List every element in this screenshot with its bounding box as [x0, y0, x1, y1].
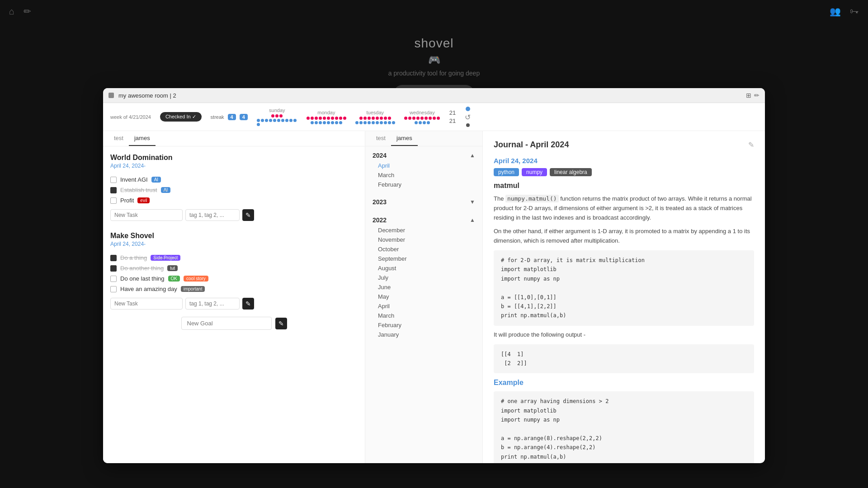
task-checkbox-6[interactable]	[110, 276, 117, 282]
new-tag-input-2[interactable]	[185, 298, 240, 310]
year-section-2022: 2022 ▲ December November October Septemb…	[365, 211, 482, 343]
month-june-2022[interactable]: June	[373, 282, 475, 292]
code-block-3: # one array having dimensions > 2 import…	[494, 391, 754, 463]
add-goal-button[interactable]: ✎	[275, 318, 287, 329]
code-block-1: # for 2-D array, it is matrix multiplica…	[494, 250, 754, 326]
key-icon[interactable]: 🗝	[850, 6, 859, 17]
task-checkbox-5[interactable]	[110, 265, 117, 272]
tag-evil: evil	[137, 197, 150, 203]
month-may-2022[interactable]: May	[373, 292, 475, 301]
task-item: Do one last thing OK cool story	[110, 273, 358, 284]
test-streak-b: 4	[240, 114, 248, 120]
tab-james-left[interactable]: james	[129, 131, 156, 146]
goal-make-shovel: Make Shovel April 24, 2024- Do a thing S…	[110, 232, 358, 310]
tag-ai: AI	[151, 177, 161, 183]
goal-title-2: Make Shovel	[110, 232, 358, 240]
tag-ok: OK	[168, 276, 180, 282]
task-text: Do another thing	[120, 265, 164, 272]
journal-edit-icon[interactable]: ✎	[748, 141, 754, 149]
year-label: 2024	[373, 152, 387, 159]
window-edit-icon[interactable]: ✏	[754, 92, 760, 99]
window-title: my awesome room | 2	[118, 92, 741, 99]
journal-desc-2: On the other hand, if either argument is…	[494, 227, 754, 246]
edit-icon[interactable]: ✏	[24, 6, 31, 17]
month-february-2024[interactable]: February	[373, 180, 475, 189]
task-checkbox-1[interactable]	[110, 177, 117, 183]
year-2023[interactable]: 2023 ▼	[373, 197, 475, 207]
year-2022[interactable]: 2022 ▲	[373, 215, 475, 225]
checked-in-button[interactable]: Checked In ✓	[160, 112, 202, 122]
tasks-section: World Domination April 24, 2024- Invent …	[103, 146, 365, 344]
task-text: Establish trust	[120, 187, 157, 193]
month-april-2022[interactable]: April	[373, 301, 475, 311]
month-november-2022[interactable]: November	[373, 235, 475, 244]
month-october-2022[interactable]: October	[373, 244, 475, 254]
output-label: It will produce the following output -	[494, 330, 754, 340]
month-december-2022[interactable]: December	[373, 225, 475, 235]
sunday-dots-test	[271, 114, 283, 117]
collapse-arrow-2022[interactable]: ▲	[470, 217, 475, 223]
tab-test-middle[interactable]: test	[371, 131, 391, 146]
num-bottom: 21	[449, 117, 456, 124]
journal-fn-title: matmul	[494, 182, 754, 190]
journal-header: Journal - April 2024 ✎	[494, 140, 754, 150]
tab-test-left[interactable]: test	[108, 131, 129, 146]
task-item: Profit evil	[110, 195, 358, 206]
monday-dots-james	[311, 121, 342, 124]
month-march-2024[interactable]: March	[373, 170, 475, 180]
journal-tags: python numpy linear algebra	[494, 168, 754, 176]
new-task-input-1[interactable]	[110, 209, 183, 221]
new-goal-row: ✎	[110, 317, 358, 330]
tab-james-middle[interactable]: james	[391, 131, 418, 146]
refresh-icon[interactable]: ↺	[465, 113, 471, 122]
table-icon[interactable]: ⊞	[746, 92, 751, 99]
task-text: Do a thing	[120, 254, 147, 261]
tuesday-label: tuesday	[367, 110, 384, 115]
year-section-2024: 2024 ▲ April March February	[365, 146, 482, 193]
task-checkbox-4[interactable]	[110, 255, 117, 261]
test-streak-a: 4	[228, 114, 236, 120]
month-january-2022[interactable]: January	[373, 330, 475, 339]
month-july-2022[interactable]: July	[373, 273, 475, 282]
journal-title: Journal - April 2024	[494, 140, 569, 150]
middle-panel: test james 2024 ▲ April March February 2…	[365, 131, 483, 463]
monday-dots-test	[307, 117, 346, 120]
month-february-2022[interactable]: February	[373, 320, 475, 330]
wednesday-col: wednesday	[404, 110, 440, 124]
example-title: Example	[494, 379, 754, 387]
tag-important: important	[181, 286, 205, 292]
collapse-arrow-2023[interactable]: ▼	[470, 199, 475, 205]
monday-col: monday	[307, 110, 346, 124]
task-item: Do another thing tut	[110, 263, 358, 273]
task-text: Do one last thing	[120, 275, 165, 282]
new-goal-input[interactable]	[181, 317, 272, 330]
middle-tabs: test james	[365, 131, 482, 146]
sunday-dots-james	[257, 119, 297, 126]
month-april-2024[interactable]: April	[373, 161, 475, 170]
new-tag-input-1[interactable]	[185, 209, 240, 221]
add-task-button-1[interactable]: ✎	[242, 209, 254, 221]
add-task-button-2[interactable]: ✎	[242, 298, 254, 310]
users-icon[interactable]: 👥	[830, 6, 841, 17]
top-bar: ⌂ ✏ 👥 🗝	[0, 0, 868, 23]
collapse-arrow-2024[interactable]: ▲	[470, 152, 475, 159]
sunday-col: sunday	[257, 108, 297, 126]
year-label-2022: 2022	[373, 216, 387, 224]
task-checkbox-2[interactable]	[110, 187, 117, 193]
tag-python: python	[494, 168, 519, 176]
main-content: test james World Domination April 24, 20…	[103, 131, 765, 463]
new-task-input-2[interactable]	[110, 298, 183, 310]
task-checkbox-7[interactable]	[110, 286, 117, 292]
goal-world-domination: World Domination April 24, 2024- Invent …	[110, 154, 358, 221]
month-september-2022[interactable]: September	[373, 254, 475, 263]
home-icon[interactable]: ⌂	[9, 6, 14, 17]
tag-cool-story: cool story	[184, 276, 208, 282]
task-text: Profit	[120, 197, 134, 204]
goal-date-1: April 24, 2024-	[110, 163, 358, 169]
task-checkbox-3[interactable]	[110, 197, 117, 204]
year-2024[interactable]: 2024 ▲	[373, 150, 475, 161]
task-text: Invent AGI	[120, 176, 148, 183]
task-item: Invent AGI AI	[110, 174, 358, 185]
month-august-2022[interactable]: August	[373, 263, 475, 273]
month-march-2022[interactable]: March	[373, 311, 475, 320]
